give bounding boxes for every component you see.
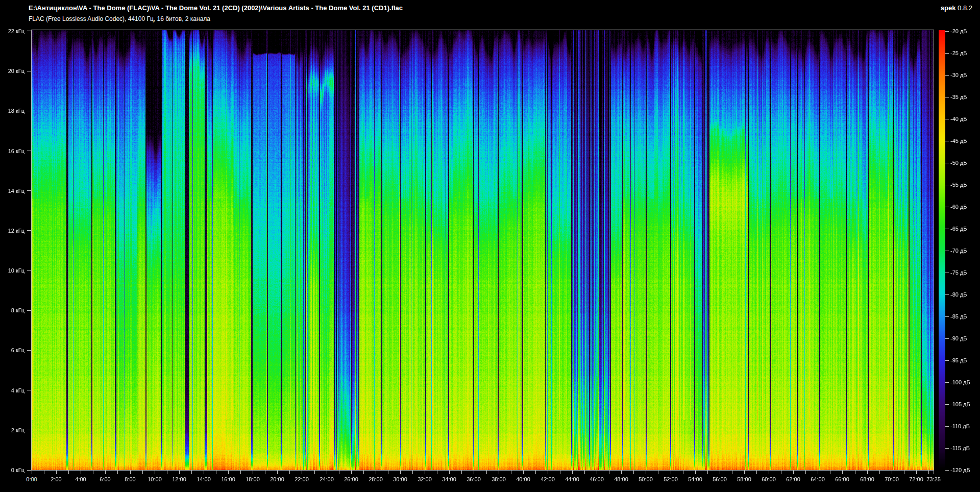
time-tick	[216, 471, 216, 474]
freq-tick-label: 2 кГц	[1, 427, 24, 434]
time-tick-label: 50:00	[634, 476, 657, 483]
db-tick-label: -100 дБ	[950, 379, 970, 386]
db-tick-label: -40 дБ	[950, 116, 967, 122]
freq-tick	[27, 270, 31, 271]
time-tick	[265, 471, 265, 474]
time-tick	[105, 471, 106, 474]
freq-tick	[27, 71, 31, 71]
time-tick	[769, 471, 769, 474]
freq-tick	[27, 390, 31, 390]
time-tick	[671, 471, 671, 474]
time-tick	[879, 471, 880, 474]
db-tick	[945, 75, 949, 76]
time-tick	[437, 471, 437, 474]
freq-tick-label: 16 кГц	[1, 148, 24, 155]
time-tick	[818, 471, 818, 474]
time-tick	[756, 471, 757, 474]
time-tick	[449, 471, 450, 474]
time-tick-label: 8:00	[119, 476, 141, 483]
freq-tick-label: 12 кГц	[1, 228, 24, 234]
time-tick-label: 62:00	[782, 476, 804, 483]
time-tick	[228, 471, 229, 474]
freq-tick	[27, 31, 31, 31]
time-tick	[289, 471, 290, 474]
time-tick-label: 20:00	[266, 476, 288, 483]
app-name: spek	[941, 4, 956, 12]
time-tick	[253, 471, 253, 474]
freq-tick-label: 20 кГц	[1, 68, 24, 75]
time-tick-label: 34:00	[438, 476, 460, 483]
time-tick	[339, 471, 339, 474]
time-tick	[867, 471, 868, 474]
db-tick-label: -35 дБ	[950, 94, 967, 101]
freq-tick	[27, 190, 31, 191]
time-tick	[855, 471, 855, 474]
time-tick	[609, 471, 609, 474]
time-tick	[658, 471, 658, 474]
time-tick-label: 42:00	[536, 476, 559, 483]
time-tick	[560, 471, 560, 474]
time-tick-label: 44:00	[561, 476, 583, 483]
freq-tick-label: 22 кГц	[1, 28, 24, 35]
freq-tick-label: 18 кГц	[1, 108, 24, 114]
format-info: FLAC (Free Lossless Audio Codec), 44100 …	[29, 15, 210, 22]
db-tick	[945, 273, 949, 273]
time-tick	[327, 471, 327, 474]
time-tick	[56, 471, 57, 474]
time-tick-label: 28:00	[364, 476, 387, 483]
app-version: spek 0.8.2	[941, 4, 972, 12]
freq-tick-label: 4 кГц	[1, 387, 24, 394]
time-tick	[142, 471, 143, 474]
freq-tick	[27, 230, 31, 231]
time-tick-label: 40:00	[512, 476, 534, 483]
time-tick-label: 10:00	[143, 476, 166, 483]
freq-tick	[27, 151, 31, 151]
time-tick	[781, 471, 781, 474]
db-tick	[945, 119, 949, 119]
time-tick	[621, 471, 622, 474]
time-tick	[191, 471, 192, 474]
time-tick	[32, 471, 32, 474]
time-tick	[904, 471, 904, 474]
time-tick-label: 14:00	[192, 476, 215, 483]
db-tick	[945, 360, 949, 361]
time-tick	[81, 471, 81, 474]
time-tick	[732, 471, 732, 474]
db-tick	[945, 163, 949, 163]
time-tick	[511, 471, 511, 474]
db-tick-label: -85 дБ	[950, 313, 967, 320]
file-path: E:\Антициклон\VA - The Dome (FLAC)\VA - …	[29, 4, 403, 12]
time-tick	[805, 471, 806, 474]
time-tick	[683, 471, 683, 474]
time-tick	[793, 471, 794, 474]
freq-tick	[27, 111, 31, 111]
time-tick-label: 64:00	[806, 476, 829, 483]
db-tick-label: -110 дБ	[950, 423, 970, 430]
time-tick	[363, 471, 364, 474]
db-tick	[945, 294, 949, 295]
db-tick-label: -30 дБ	[950, 72, 967, 79]
time-tick	[572, 471, 573, 474]
time-tick	[916, 471, 917, 474]
app-version-number: 0.8.2	[958, 4, 972, 12]
freq-tick	[27, 310, 31, 311]
time-tick	[400, 471, 401, 474]
time-tick	[928, 471, 929, 474]
time-tick-label: 16:00	[217, 476, 239, 483]
time-tick	[842, 471, 843, 474]
db-tick	[945, 185, 949, 185]
time-tick-label: 18:00	[241, 476, 264, 483]
time-tick-label: 60:00	[757, 476, 780, 483]
time-tick	[167, 471, 167, 474]
time-tick-label: 36:00	[462, 476, 485, 483]
time-end-label: 73:25	[922, 476, 945, 483]
freq-tick	[27, 430, 31, 430]
time-tick	[302, 471, 302, 474]
time-tick-label: 66:00	[831, 476, 853, 483]
time-tick	[277, 471, 278, 474]
time-tick	[892, 471, 892, 474]
time-tick	[351, 471, 352, 474]
db-tick	[945, 338, 949, 339]
db-tick-label: -105 дБ	[950, 401, 970, 408]
freq-tick	[27, 350, 31, 351]
